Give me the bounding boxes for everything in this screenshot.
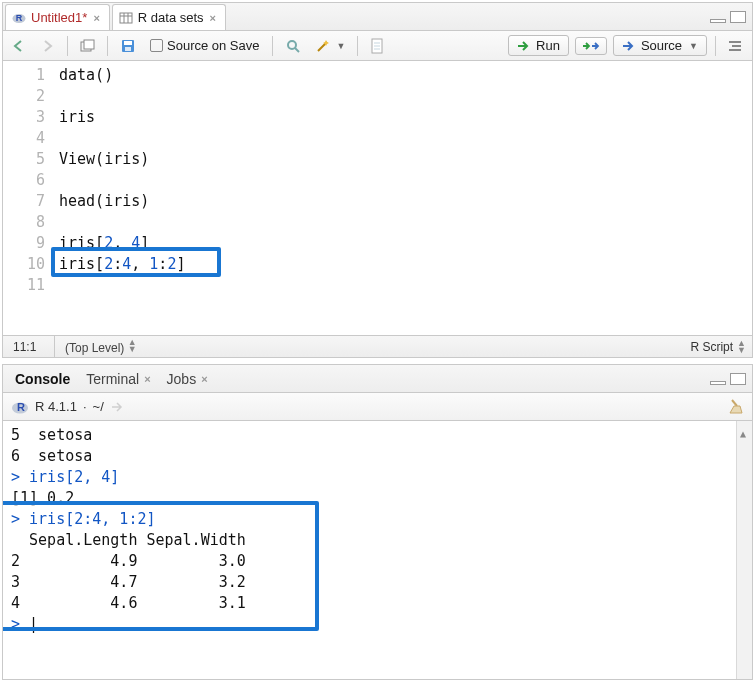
run-arrow-icon xyxy=(517,41,531,51)
tab-label: R data sets xyxy=(138,10,204,25)
updown-icon: ▲▼ xyxy=(737,340,746,354)
console-pane: Console Terminal × Jobs × R R 4.1.1 · ~/ xyxy=(2,364,753,680)
svg-rect-9 xyxy=(124,41,132,45)
maximize-icon[interactable] xyxy=(730,373,746,385)
close-icon[interactable]: × xyxy=(201,373,207,385)
close-icon[interactable]: × xyxy=(209,12,217,24)
scope-selector[interactable]: (Top Level) ▲▼ xyxy=(55,339,147,355)
code-line: iris[2, 4] xyxy=(59,233,752,254)
source-on-save-label: Source on Save xyxy=(167,38,260,53)
minimize-icon[interactable] xyxy=(710,381,726,385)
svg-text:R: R xyxy=(16,13,23,23)
svg-rect-7 xyxy=(84,40,94,49)
code-line xyxy=(59,86,752,107)
console-toolbar: R R 4.1.1 · ~/ xyxy=(3,393,752,421)
code-line: iris[2:4, 1:2] xyxy=(59,254,752,275)
editor[interactable]: 1234567891011 data()irisView(iris)head(i… xyxy=(3,61,752,335)
svg-line-23 xyxy=(732,400,737,406)
tab-terminal[interactable]: Terminal × xyxy=(78,367,158,391)
save-button[interactable] xyxy=(116,36,140,56)
pane-window-controls xyxy=(710,365,752,392)
tab-r-data-sets[interactable]: R data sets × xyxy=(112,4,226,30)
code-line: View(iris) xyxy=(59,149,752,170)
separator xyxy=(272,36,273,56)
pane-window-controls xyxy=(710,3,752,30)
svg-text:R: R xyxy=(17,401,25,413)
source-on-save-toggle[interactable]: Source on Save xyxy=(146,36,264,55)
clear-console-button[interactable] xyxy=(726,398,744,416)
find-button[interactable] xyxy=(281,36,305,56)
tab-label: Untitled1* xyxy=(31,10,87,25)
working-dir-label: ~/ xyxy=(93,399,104,414)
disk-icon xyxy=(120,38,136,54)
source-pane: R Untitled1* × R data sets × xyxy=(2,2,753,358)
tab-console[interactable]: Console xyxy=(7,367,78,391)
code-line xyxy=(59,275,752,296)
console-input-line: > iris[2, 4] xyxy=(11,467,752,488)
console-output-line: 4 4.6 3.1 xyxy=(11,593,752,614)
rerun-button[interactable] xyxy=(575,37,607,55)
show-in-new-window-button[interactable] xyxy=(76,37,99,55)
r-logo-icon: R xyxy=(11,398,29,416)
close-icon[interactable]: × xyxy=(92,12,100,24)
compile-report-button[interactable] xyxy=(366,36,388,56)
dot: · xyxy=(83,399,87,414)
source-statusbar: 11:1 (Top Level) ▲▼ R Script ▲▼ xyxy=(3,335,752,357)
code-line: head(iris) xyxy=(59,191,752,212)
code-line: data() xyxy=(59,65,752,86)
source-button[interactable]: Source ▼ xyxy=(613,35,707,56)
notebook-icon xyxy=(370,38,384,54)
console-input-line: > iris[2:4, 1:2] xyxy=(11,509,752,530)
back-button[interactable] xyxy=(9,38,31,54)
language-selector[interactable]: R Script ▲▼ xyxy=(690,340,752,354)
r-file-icon: R xyxy=(12,11,26,25)
console-output-line: [1] 0.2 xyxy=(11,488,752,509)
console-output-line: 2 4.9 3.0 xyxy=(11,551,752,572)
tab-jobs[interactable]: Jobs × xyxy=(159,367,216,391)
maximize-icon[interactable] xyxy=(730,11,746,23)
cursor-position: 11:1 xyxy=(3,336,55,357)
source-toolbar: Source on Save ▼ Run Source ▼ xyxy=(3,31,752,61)
console-tabbar: Console Terminal × Jobs × xyxy=(3,365,752,393)
svg-line-12 xyxy=(295,48,299,52)
scroll-up-icon[interactable] xyxy=(739,423,751,437)
console-output-line: 5 setosa xyxy=(11,425,752,446)
tab-label: Console xyxy=(15,371,70,387)
console-output-line: 3 4.7 3.2 xyxy=(11,572,752,593)
table-icon xyxy=(119,11,133,25)
console-output[interactable]: 5 setosa6 setosa> iris[2, 4][1] 0.2> iri… xyxy=(3,421,752,679)
expand-path-icon[interactable] xyxy=(110,401,124,413)
tab-label: Jobs xyxy=(167,371,197,387)
search-icon xyxy=(285,38,301,54)
minimize-icon[interactable] xyxy=(710,19,726,23)
wand-icon xyxy=(315,38,331,54)
svg-rect-10 xyxy=(125,47,131,51)
source-tabbar: R Untitled1* × R data sets × xyxy=(3,3,752,31)
source-label: Source xyxy=(641,38,682,53)
r-version-label: R 4.1.1 xyxy=(35,399,77,414)
outline-button[interactable] xyxy=(724,37,746,55)
svg-rect-2 xyxy=(120,13,132,23)
separator xyxy=(107,36,108,56)
tab-label: Terminal xyxy=(86,371,139,387)
separator xyxy=(357,36,358,56)
source-arrow-icon xyxy=(622,41,636,51)
console-prompt: > | xyxy=(11,614,752,635)
code-line: iris xyxy=(59,107,752,128)
chevron-down-icon: ▼ xyxy=(689,41,698,51)
console-output-line: Sepal.Length Sepal.Width xyxy=(11,530,752,551)
tab-untitled1[interactable]: R Untitled1* × xyxy=(5,4,110,30)
code-tools-button[interactable]: ▼ xyxy=(311,36,350,56)
rerun-icon xyxy=(582,40,600,52)
code-body[interactable]: data()irisView(iris)head(iris)iris[2, 4]… xyxy=(55,61,752,335)
chevron-down-icon: ▼ xyxy=(337,41,346,51)
scrollbar[interactable] xyxy=(736,421,752,679)
close-icon[interactable]: × xyxy=(144,373,150,385)
forward-button[interactable] xyxy=(37,38,59,54)
updown-icon: ▲▼ xyxy=(128,339,137,353)
separator xyxy=(67,36,68,56)
run-button[interactable]: Run xyxy=(508,35,569,56)
language-label: R Script xyxy=(690,340,733,354)
arrow-left-icon xyxy=(13,40,27,52)
run-label: Run xyxy=(536,38,560,53)
